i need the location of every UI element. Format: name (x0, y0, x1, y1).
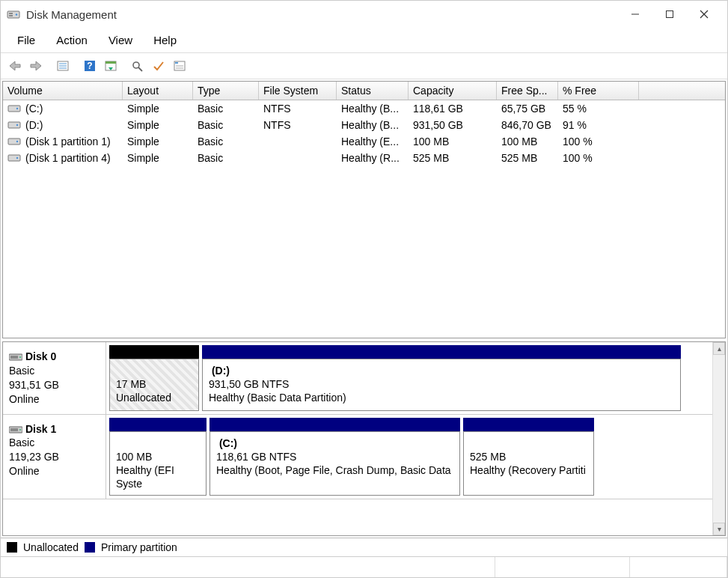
partition-status: Healthy (EFI Syste (116, 464, 174, 490)
forward-button[interactable] (26, 56, 46, 76)
partition-body: 17 MBUnallocated (109, 359, 199, 411)
col-header-pctfree[interactable]: % Free (558, 82, 639, 100)
volume-status: Healthy (R... (337, 150, 409, 165)
arrow-right-icon (29, 60, 43, 72)
app-icon (7, 7, 20, 21)
app-window: Disk Management File Action View Help (0, 0, 728, 578)
volume-status: Healthy (B... (337, 101, 409, 116)
svg-rect-25 (8, 106, 20, 112)
disk-pane-scrollbar[interactable]: ▴ ▾ (712, 342, 725, 535)
volume-list-body: (C:)SimpleBasicNTFSHealthy (B...118,61 G… (3, 100, 725, 166)
volume-list-header: Volume Layout Type File System Status Ca… (3, 82, 725, 100)
close-button[interactable] (687, 3, 721, 25)
disk-name: Disk 0 (25, 350, 56, 362)
maximize-button[interactable] (652, 3, 687, 25)
partition-size: 17 MB (116, 378, 146, 390)
minimize-button[interactable] (618, 3, 652, 25)
check-button[interactable] (149, 56, 168, 76)
svg-point-3 (16, 13, 18, 16)
col-header-free[interactable]: Free Sp... (497, 82, 558, 100)
properties-button[interactable] (170, 56, 189, 76)
settings-button[interactable] (101, 56, 120, 76)
refresh-button[interactable] (53, 56, 73, 76)
volume-status: Healthy (E... (337, 134, 409, 149)
partition-size: 525 MB (470, 451, 506, 463)
volume-free: 100 MB (497, 134, 558, 149)
back-button[interactable] (5, 56, 25, 76)
volume-free: 525 MB (497, 150, 558, 165)
search-button[interactable] (128, 56, 147, 76)
calendar-icon (104, 60, 117, 72)
volume-row[interactable]: (C:)SimpleBasicNTFSHealthy (B...118,61 G… (3, 100, 725, 117)
svg-rect-29 (8, 139, 20, 144)
partition-header (209, 418, 460, 431)
volume-type: Basic (193, 118, 259, 133)
svg-rect-22 (175, 62, 178, 64)
svg-rect-27 (8, 122, 20, 128)
svg-rect-34 (10, 356, 18, 359)
col-header-filesystem[interactable]: File System (259, 82, 337, 100)
menu-view[interactable]: View (98, 31, 143, 49)
partition-body: (D:)931,50 GB NTFSHealthy (Basic Data Pa… (202, 359, 681, 411)
toolbar: ? (1, 53, 727, 79)
col-header-layout[interactable]: Layout (123, 82, 193, 100)
volume-status: Healthy (B... (337, 118, 409, 133)
volume-icon (7, 103, 21, 114)
partition-size: 118,61 GB NTFS (216, 451, 296, 463)
volume-capacity: 118,61 GB (409, 101, 497, 116)
partition-primary[interactable]: (D:)931,50 GB NTFSHealthy (Basic Data Pa… (202, 345, 681, 411)
partition-size: 931,50 GB NTFS (209, 378, 289, 390)
col-header-status[interactable]: Status (337, 82, 409, 100)
help-icon: ? (83, 60, 97, 72)
volume-layout: Simple (123, 118, 193, 133)
partition-title: (C:) (216, 437, 237, 449)
legend-swatch-primary (85, 542, 95, 553)
volume-pctfree: 55 % (558, 101, 639, 116)
disk-status: Online (9, 393, 39, 405)
volume-icon (7, 136, 21, 147)
disk-label[interactable]: Disk 0Basic931,51 GBOnline (3, 342, 106, 414)
menu-action[interactable]: Action (46, 31, 98, 49)
volume-pctfree: 100 % (558, 150, 639, 165)
volume-icon (7, 120, 21, 130)
col-header-volume[interactable]: Volume (3, 82, 123, 100)
menubar: File Action View Help (1, 28, 727, 53)
col-header-capacity[interactable]: Capacity (409, 82, 497, 100)
menu-help[interactable]: Help (143, 31, 187, 49)
statusbar-cell-1 (1, 557, 495, 577)
disk-size: 931,51 GB (9, 379, 59, 391)
disk-label[interactable]: Disk 1Basic119,23 GBOnline (3, 415, 106, 499)
volume-row[interactable]: (Disk 1 partition 4)SimpleBasicHealthy (… (3, 150, 725, 166)
partition-status: Unallocated (116, 392, 171, 404)
volume-fs (259, 134, 337, 149)
svg-rect-1 (9, 13, 13, 14)
scroll-down-button[interactable]: ▾ (713, 523, 725, 535)
disk-partitions: 17 MBUnallocated (D:)931,50 GB NTFSHealt… (106, 342, 712, 414)
minimize-icon (631, 10, 640, 19)
legend-swatch-unallocated (7, 542, 17, 553)
volume-name: (D:) (25, 119, 43, 131)
partition-header (202, 345, 681, 359)
titlebar[interactable]: Disk Management (1, 1, 727, 28)
volume-layout: Simple (123, 101, 193, 116)
help-button[interactable]: ? (80, 56, 100, 76)
partition-header (109, 418, 207, 431)
partition-header (463, 418, 594, 431)
volume-row[interactable]: (D:)SimpleBasicNTFSHealthy (B...931,50 G… (3, 117, 725, 133)
partition-primary[interactable]: (C:)118,61 GB NTFSHealthy (Boot, Page Fi… (209, 418, 460, 496)
partition-unallocated[interactable]: 17 MBUnallocated (109, 345, 199, 411)
svg-rect-5 (667, 11, 673, 18)
volume-list[interactable]: Volume Layout Type File System Status Ca… (2, 81, 726, 338)
disk-block: Disk 1Basic119,23 GBOnline100 MBHealthy … (3, 415, 712, 500)
partition-primary[interactable]: 525 MBHealthy (Recovery Partiti (463, 418, 594, 496)
partition-primary[interactable]: 100 MBHealthy (EFI Syste (109, 418, 207, 496)
partition-status: Healthy (Basic Data Partition) (209, 392, 346, 404)
volume-row[interactable]: (Disk 1 partition 1)SimpleBasicHealthy (… (3, 133, 725, 150)
disk-pane: Disk 0Basic931,51 GBOnline17 MBUnallocat… (2, 341, 726, 536)
menu-file[interactable]: File (7, 31, 46, 49)
svg-point-32 (16, 157, 18, 159)
col-header-type[interactable]: Type (193, 82, 259, 100)
svg-rect-17 (105, 61, 116, 64)
statusbar (1, 556, 727, 577)
scroll-up-button[interactable]: ▴ (713, 342, 725, 355)
